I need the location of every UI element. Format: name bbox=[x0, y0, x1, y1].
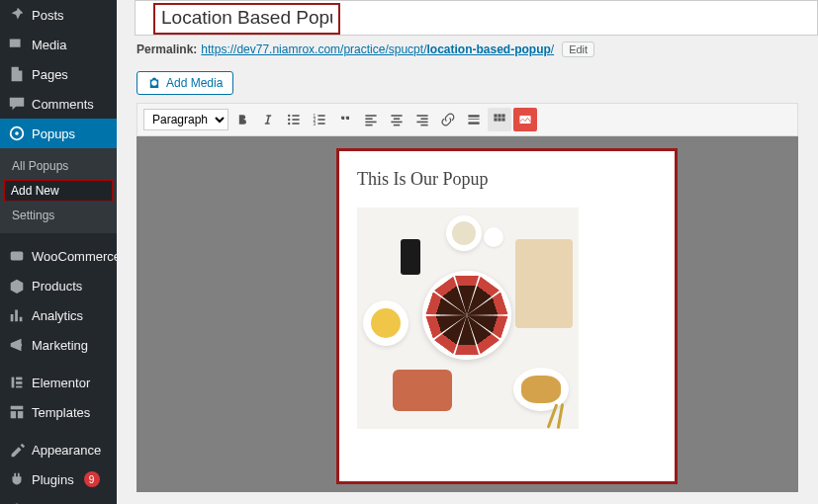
svg-rect-39 bbox=[468, 119, 479, 120]
svg-rect-24 bbox=[318, 119, 324, 121]
align-right-button[interactable] bbox=[410, 108, 434, 131]
appearance-icon bbox=[8, 441, 26, 459]
submenu-settings[interactable]: Settings bbox=[0, 204, 117, 227]
menu-label: Marketing bbox=[32, 338, 88, 353]
editor-canvas[interactable]: This Is Our Popup bbox=[136, 136, 798, 492]
menu-item-plugins[interactable]: Plugins 9 bbox=[0, 464, 117, 494]
menu-label: Media bbox=[32, 38, 66, 52]
menu-item-elementor[interactable]: Elementor bbox=[0, 368, 117, 397]
food-bowl-icon bbox=[446, 215, 482, 251]
svg-rect-25 bbox=[318, 123, 324, 125]
svg-rect-46 bbox=[501, 118, 504, 121]
svg-point-1 bbox=[15, 131, 19, 135]
svg-rect-38 bbox=[468, 115, 479, 117]
permalink-row: Permalink: https://dev77.niamrox.com/pra… bbox=[117, 36, 818, 63]
admin-sidebar: Posts Media Pages Comments Popups All Po… bbox=[0, 0, 117, 504]
svg-rect-17 bbox=[292, 115, 299, 117]
svg-point-16 bbox=[288, 123, 290, 125]
svg-rect-27 bbox=[365, 118, 372, 120]
svg-rect-2 bbox=[11, 252, 24, 261]
list-ul-button[interactable] bbox=[282, 108, 306, 131]
svg-rect-29 bbox=[365, 125, 372, 126]
link-button[interactable] bbox=[436, 108, 460, 131]
menu-label: Popups bbox=[32, 126, 75, 141]
menu-label: Templates bbox=[32, 405, 90, 420]
menu-item-templates[interactable]: Templates bbox=[0, 397, 117, 427]
media-add-icon bbox=[147, 76, 161, 90]
edit-permalink-button[interactable]: Edit bbox=[562, 42, 594, 57]
svg-rect-40 bbox=[468, 122, 479, 124]
svg-rect-19 bbox=[292, 123, 299, 125]
menu-label: Comments bbox=[32, 97, 94, 112]
menu-item-posts[interactable]: Posts bbox=[0, 0, 117, 30]
align-center-button[interactable] bbox=[385, 108, 409, 131]
menu-item-marketing[interactable]: Marketing bbox=[0, 330, 117, 360]
menu-item-pages[interactable]: Pages bbox=[0, 59, 117, 89]
submenu-add-new[interactable]: Add New bbox=[4, 180, 113, 202]
svg-rect-3 bbox=[12, 378, 15, 388]
woocommerce-icon bbox=[8, 247, 26, 265]
menu-item-popups[interactable]: Popups bbox=[0, 119, 117, 148]
menu-item-analytics[interactable]: Analytics bbox=[0, 300, 117, 330]
menu-item-appearance[interactable]: Appearance bbox=[0, 435, 117, 464]
food-cup-icon bbox=[484, 227, 503, 247]
marketing-icon bbox=[8, 336, 26, 354]
svg-rect-35 bbox=[420, 118, 427, 120]
svg-rect-4 bbox=[16, 378, 22, 380]
bold-button[interactable] bbox=[230, 108, 254, 131]
svg-text:3: 3 bbox=[314, 122, 317, 126]
format-select[interactable]: Paragraph bbox=[143, 109, 228, 130]
add-media-button[interactable]: Add Media bbox=[136, 71, 233, 95]
submenu-all-popups[interactable]: All Popups bbox=[0, 154, 117, 178]
menu-label: Plugins bbox=[32, 472, 74, 487]
toolbar-toggle-button[interactable] bbox=[488, 108, 511, 131]
svg-rect-26 bbox=[365, 115, 376, 117]
menu-item-woocommerce[interactable]: WooCommerce bbox=[0, 241, 117, 271]
permalink-base: https://dev77.niamrox.com/practice/spucp… bbox=[201, 42, 426, 56]
svg-rect-8 bbox=[11, 411, 16, 418]
svg-rect-28 bbox=[365, 122, 376, 124]
popups-submenu: All Popups Add New Settings bbox=[0, 148, 117, 233]
align-left-button[interactable] bbox=[359, 108, 383, 131]
svg-rect-5 bbox=[16, 381, 22, 384]
italic-button[interactable] bbox=[256, 108, 280, 131]
list-ol-button[interactable]: 123 bbox=[308, 108, 331, 131]
svg-rect-34 bbox=[416, 115, 427, 117]
svg-rect-42 bbox=[498, 114, 500, 117]
juice-bowl-icon bbox=[363, 300, 409, 346]
meat-icon bbox=[393, 370, 452, 411]
popup-shortcode-button[interactable] bbox=[513, 108, 537, 131]
svg-rect-30 bbox=[391, 115, 402, 117]
menu-item-products[interactable]: Products bbox=[0, 271, 117, 300]
breadsticks-icon bbox=[545, 403, 575, 423]
svg-point-14 bbox=[288, 115, 290, 117]
pin-icon bbox=[8, 6, 26, 24]
media-icon bbox=[8, 36, 26, 53]
svg-rect-6 bbox=[16, 386, 22, 388]
menu-label: Elementor bbox=[32, 376, 90, 390]
svg-point-15 bbox=[288, 119, 290, 121]
menu-label: Pages bbox=[32, 67, 68, 82]
cutting-board-icon bbox=[515, 239, 573, 328]
svg-rect-43 bbox=[501, 114, 504, 117]
post-title-input[interactable] bbox=[155, 5, 338, 31]
menu-item-comments[interactable]: Comments bbox=[0, 89, 117, 119]
page-icon bbox=[8, 65, 26, 83]
permalink-link[interactable]: https://dev77.niamrox.com/practice/spucp… bbox=[201, 42, 554, 56]
read-more-button[interactable] bbox=[462, 108, 486, 131]
analytics-icon bbox=[8, 306, 26, 324]
plugins-icon bbox=[8, 470, 26, 488]
svg-rect-44 bbox=[494, 118, 497, 121]
menu-item-media[interactable]: Media bbox=[0, 30, 117, 59]
title-highlight-box bbox=[153, 3, 340, 35]
popup-image bbox=[357, 208, 579, 429]
blockquote-button[interactable] bbox=[333, 108, 357, 131]
svg-rect-18 bbox=[292, 119, 299, 121]
permalink-slug: location-based-popup bbox=[426, 42, 550, 56]
menu-label: Appearance bbox=[32, 443, 101, 458]
permalink-trail: / bbox=[551, 42, 554, 56]
svg-rect-36 bbox=[416, 122, 427, 124]
comment-icon bbox=[8, 95, 26, 113]
menu-item-users[interactable]: Users bbox=[0, 494, 117, 504]
svg-rect-32 bbox=[391, 122, 402, 124]
